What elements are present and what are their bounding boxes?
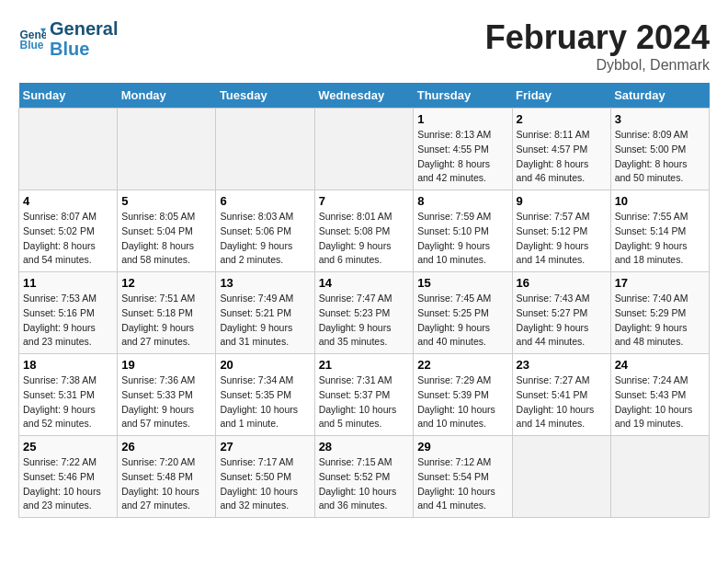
calendar-week-row: 11Sunrise: 7:53 AM Sunset: 5:16 PM Dayli… [19, 272, 710, 354]
weekday-header: Saturday [610, 83, 709, 109]
day-detail: Sunrise: 7:57 AM Sunset: 5:12 PM Dayligh… [517, 210, 607, 268]
calendar-cell [19, 109, 118, 190]
day-number: 4 [23, 194, 113, 208]
logo: General Blue General Blue [18, 18, 118, 59]
calendar-week-row: 25Sunrise: 7:22 AM Sunset: 5:46 PM Dayli… [19, 436, 710, 518]
weekday-header: Monday [118, 83, 216, 109]
calendar-cell: 3Sunrise: 8:09 AM Sunset: 5:00 PM Daylig… [610, 109, 709, 190]
day-detail: Sunrise: 7:59 AM Sunset: 5:10 PM Dayligh… [417, 210, 507, 268]
day-detail: Sunrise: 7:49 AM Sunset: 5:21 PM Dayligh… [220, 292, 310, 350]
day-detail: Sunrise: 8:05 AM Sunset: 5:04 PM Dayligh… [121, 210, 211, 268]
calendar-cell: 29Sunrise: 7:12 AM Sunset: 5:54 PM Dayli… [414, 436, 512, 518]
day-detail: Sunrise: 7:53 AM Sunset: 5:16 PM Dayligh… [23, 292, 113, 350]
logo-general: General [50, 18, 118, 39]
calendar-cell [610, 436, 709, 518]
day-number: 8 [417, 194, 507, 208]
day-detail: Sunrise: 8:01 AM Sunset: 5:08 PM Dayligh… [319, 210, 410, 268]
calendar-cell: 28Sunrise: 7:15 AM Sunset: 5:52 PM Dayli… [314, 436, 414, 518]
calendar-table: SundayMondayTuesdayWednesdayThursdayFrid… [18, 83, 710, 518]
calendar-cell: 18Sunrise: 7:38 AM Sunset: 5:31 PM Dayli… [19, 354, 118, 436]
day-number: 25 [23, 440, 113, 454]
calendar-cell: 4Sunrise: 8:07 AM Sunset: 5:02 PM Daylig… [19, 190, 118, 272]
day-number: 24 [615, 358, 705, 372]
calendar-cell: 24Sunrise: 7:24 AM Sunset: 5:43 PM Dayli… [610, 354, 709, 436]
day-number: 23 [517, 358, 607, 372]
calendar-cell [314, 109, 414, 190]
day-number: 9 [517, 194, 607, 208]
day-number: 7 [319, 194, 410, 208]
day-detail: Sunrise: 7:24 AM Sunset: 5:43 PM Dayligh… [615, 373, 705, 431]
calendar-cell [512, 436, 610, 518]
day-number: 19 [121, 358, 211, 372]
day-detail: Sunrise: 8:03 AM Sunset: 5:06 PM Dayligh… [220, 210, 310, 268]
day-number: 2 [517, 112, 607, 126]
day-number: 15 [417, 276, 507, 290]
day-number: 29 [417, 440, 507, 454]
day-detail: Sunrise: 7:20 AM Sunset: 5:48 PM Dayligh… [121, 455, 211, 513]
calendar-cell: 1Sunrise: 8:13 AM Sunset: 4:55 PM Daylig… [414, 109, 512, 190]
day-number: 6 [220, 194, 310, 208]
weekday-header: Thursday [414, 83, 512, 109]
day-detail: Sunrise: 8:13 AM Sunset: 4:55 PM Dayligh… [417, 128, 507, 186]
calendar-cell: 15Sunrise: 7:45 AM Sunset: 5:25 PM Dayli… [414, 272, 512, 354]
calendar-cell: 26Sunrise: 7:20 AM Sunset: 5:48 PM Dayli… [118, 436, 216, 518]
logo-icon: General Blue [18, 25, 46, 52]
page-subtitle: Dybbol, Denmark [485, 57, 710, 74]
page-header: General Blue General Blue February 2024 … [18, 18, 710, 74]
calendar-week-row: 18Sunrise: 7:38 AM Sunset: 5:31 PM Dayli… [19, 354, 710, 436]
day-number: 10 [615, 194, 705, 208]
calendar-cell: 10Sunrise: 7:55 AM Sunset: 5:14 PM Dayli… [610, 190, 709, 272]
day-detail: Sunrise: 7:22 AM Sunset: 5:46 PM Dayligh… [23, 455, 113, 513]
day-number: 5 [121, 194, 211, 208]
calendar-cell: 25Sunrise: 7:22 AM Sunset: 5:46 PM Dayli… [19, 436, 118, 518]
calendar-cell: 2Sunrise: 8:11 AM Sunset: 4:57 PM Daylig… [512, 109, 610, 190]
calendar-cell: 13Sunrise: 7:49 AM Sunset: 5:21 PM Dayli… [216, 272, 314, 354]
day-number: 17 [615, 276, 705, 290]
day-number: 27 [220, 440, 310, 454]
day-number: 16 [517, 276, 607, 290]
day-detail: Sunrise: 7:29 AM Sunset: 5:39 PM Dayligh… [417, 373, 507, 431]
day-detail: Sunrise: 7:55 AM Sunset: 5:14 PM Dayligh… [615, 210, 705, 268]
day-detail: Sunrise: 7:51 AM Sunset: 5:18 PM Dayligh… [121, 292, 211, 350]
calendar-cell [216, 109, 314, 190]
day-number: 26 [121, 440, 211, 454]
day-number: 12 [121, 276, 211, 290]
day-number: 13 [220, 276, 310, 290]
day-number: 1 [417, 112, 507, 126]
calendar-week-row: 4Sunrise: 8:07 AM Sunset: 5:02 PM Daylig… [19, 190, 710, 272]
calendar-cell: 20Sunrise: 7:34 AM Sunset: 5:35 PM Dayli… [216, 354, 314, 436]
weekday-header: Sunday [19, 83, 118, 109]
day-number: 14 [319, 276, 410, 290]
day-detail: Sunrise: 7:40 AM Sunset: 5:29 PM Dayligh… [615, 292, 705, 350]
calendar-cell: 23Sunrise: 7:27 AM Sunset: 5:41 PM Dayli… [512, 354, 610, 436]
calendar-cell: 19Sunrise: 7:36 AM Sunset: 5:33 PM Dayli… [118, 354, 216, 436]
svg-text:Blue: Blue [20, 39, 44, 52]
day-detail: Sunrise: 7:38 AM Sunset: 5:31 PM Dayligh… [23, 373, 113, 431]
calendar-week-row: 1Sunrise: 8:13 AM Sunset: 4:55 PM Daylig… [19, 109, 710, 190]
calendar-cell: 9Sunrise: 7:57 AM Sunset: 5:12 PM Daylig… [512, 190, 610, 272]
calendar-cell: 16Sunrise: 7:43 AM Sunset: 5:27 PM Dayli… [512, 272, 610, 354]
calendar-cell: 17Sunrise: 7:40 AM Sunset: 5:29 PM Dayli… [610, 272, 709, 354]
day-detail: Sunrise: 8:07 AM Sunset: 5:02 PM Dayligh… [23, 210, 113, 268]
calendar-cell: 14Sunrise: 7:47 AM Sunset: 5:23 PM Dayli… [314, 272, 414, 354]
logo-blue: Blue [50, 39, 118, 59]
day-detail: Sunrise: 7:45 AM Sunset: 5:25 PM Dayligh… [417, 292, 507, 350]
calendar-cell: 5Sunrise: 8:05 AM Sunset: 5:04 PM Daylig… [118, 190, 216, 272]
calendar-cell: 11Sunrise: 7:53 AM Sunset: 5:16 PM Dayli… [19, 272, 118, 354]
day-number: 21 [319, 358, 410, 372]
page-title: February 2024 [485, 18, 710, 57]
title-block: February 2024 Dybbol, Denmark [485, 18, 710, 74]
day-detail: Sunrise: 7:12 AM Sunset: 5:54 PM Dayligh… [417, 455, 507, 513]
day-detail: Sunrise: 7:43 AM Sunset: 5:27 PM Dayligh… [517, 292, 607, 350]
weekday-header: Friday [512, 83, 610, 109]
day-detail: Sunrise: 8:09 AM Sunset: 5:00 PM Dayligh… [615, 128, 705, 186]
weekday-header: Wednesday [314, 83, 414, 109]
calendar-cell: 12Sunrise: 7:51 AM Sunset: 5:18 PM Dayli… [118, 272, 216, 354]
calendar-cell: 6Sunrise: 8:03 AM Sunset: 5:06 PM Daylig… [216, 190, 314, 272]
day-detail: Sunrise: 7:15 AM Sunset: 5:52 PM Dayligh… [319, 455, 410, 513]
day-detail: Sunrise: 7:36 AM Sunset: 5:33 PM Dayligh… [121, 373, 211, 431]
day-number: 18 [23, 358, 113, 372]
calendar-cell: 22Sunrise: 7:29 AM Sunset: 5:39 PM Dayli… [414, 354, 512, 436]
calendar-cell: 8Sunrise: 7:59 AM Sunset: 5:10 PM Daylig… [414, 190, 512, 272]
calendar-cell [118, 109, 216, 190]
